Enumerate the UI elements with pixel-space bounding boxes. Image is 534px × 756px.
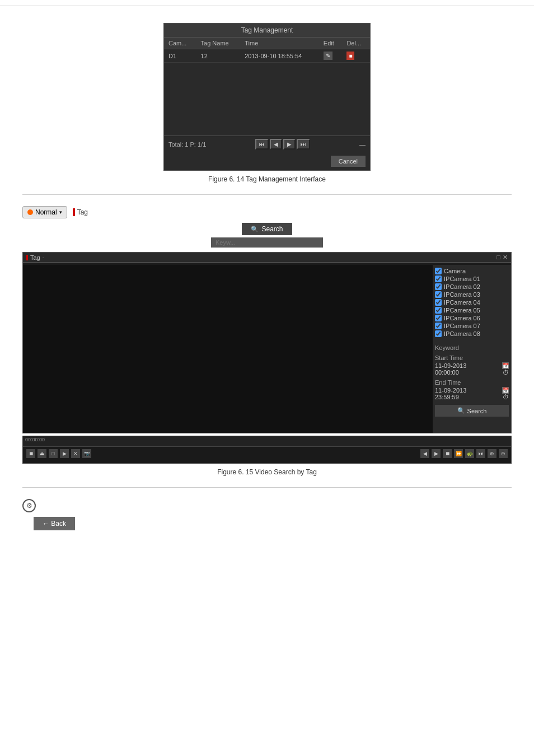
section3-back: ⚙ ← Back	[0, 493, 534, 536]
camera-checkbox-03[interactable]	[435, 291, 442, 298]
col-cam: Cam...	[164, 38, 196, 49]
tag-management-title: Tag Management	[164, 24, 370, 38]
total-label: Total: 1 P: 1/1	[168, 141, 206, 148]
normal-label: Normal	[35, 208, 57, 216]
tag-header-icon	[26, 255, 28, 260]
search-row: 🔍 Search	[22, 223, 512, 235]
figure2-caption: Figure 6. 15 Video Search by Tag	[22, 468, 512, 476]
section1-tag-management: Tag Management Cam... Tag Name Time Edit…	[0, 12, 534, 189]
minimize-icon[interactable]: □	[496, 254, 500, 261]
tag-header-controls: □ ✕	[496, 254, 508, 261]
start-date-calendar-icon[interactable]: 📅	[502, 362, 509, 369]
tl-stop-btn[interactable]: ⏹	[443, 449, 452, 458]
normal-button[interactable]: Normal ▾	[22, 206, 67, 218]
settings-icon: ⚙	[22, 499, 36, 512]
camera-checkbox-07[interactable]	[435, 323, 442, 329]
panel-search-icon: 🔍	[457, 407, 465, 414]
figure1-caption: Figure 6. 14 Tag Management Interface	[208, 175, 326, 183]
row-del: ■	[342, 49, 370, 63]
next-page-button[interactable]: ▶	[283, 139, 296, 150]
search-label: Search	[261, 225, 283, 233]
start-time-row: 00:00:00 ⏱	[435, 369, 509, 376]
col-edit: Edit	[319, 38, 343, 49]
end-date-calendar-icon[interactable]: 📅	[502, 387, 509, 394]
camera-item-06: IPCamera 06	[435, 314, 509, 322]
panel-search-button[interactable]: 🔍 Search	[435, 405, 509, 417]
tl-btn-5[interactable]: ✕	[71, 449, 80, 458]
last-page-button[interactable]: ⏭	[297, 139, 310, 150]
tl-zoom-in[interactable]: ⊕	[488, 449, 496, 458]
tag-label: Tag	[77, 208, 88, 216]
start-time-label: Start Time	[435, 354, 509, 361]
start-time-value: 00:00:00	[435, 369, 459, 376]
tl-btn-4[interactable]: ▶	[60, 449, 69, 458]
tag-bar-icon	[73, 208, 75, 216]
camera-label-04: IPCamera 04	[444, 299, 480, 306]
tl-play-btn[interactable]: ▶	[432, 449, 441, 458]
tag-header-title: Tag -	[26, 254, 44, 261]
camera-item-04: IPCamera 04	[435, 298, 509, 306]
video-panel-area: Tag - □ ✕ Camera IPCamera 01	[22, 252, 512, 433]
camera-item-01: IPCamera 01	[435, 275, 509, 283]
keyword-row	[22, 237, 512, 248]
normal-dot-icon	[27, 209, 33, 215]
tag-panel-dash: -	[43, 254, 44, 260]
table-row: D1 12 2013-09-10 18:55:54 ✎ ■	[164, 49, 370, 63]
camera-checkbox-01[interactable]	[435, 276, 442, 282]
camera-label-02: IPCamera 02	[444, 283, 480, 290]
row-tagname: 12	[196, 49, 241, 63]
divider-1	[22, 194, 512, 195]
edit-button[interactable]: ✎	[324, 52, 332, 60]
close-icon[interactable]: ✕	[503, 254, 508, 261]
divider-2	[22, 487, 512, 488]
panel-search-label: Search	[467, 408, 487, 414]
tl-next-btn[interactable]: ⏭	[476, 449, 485, 458]
tl-btn-1[interactable]: ⏹	[26, 449, 35, 458]
tl-btn-3[interactable]: □	[49, 449, 58, 458]
cancel-button[interactable]: Cancel	[331, 156, 366, 167]
back-button[interactable]: ← Back	[34, 517, 75, 530]
right-panel: Camera IPCamera 01 IPCamera 02 IPCamera …	[433, 265, 511, 433]
tag-mgmt-footer: Total: 1 P: 1/1 ⏮ ◀ ▶ ⏭ —	[164, 136, 370, 152]
tl-ff-btn[interactable]: ⏩	[454, 449, 463, 458]
timeline-tick-marks: // ticks rendered by JS below	[23, 436, 511, 446]
end-date-row: 11-09-2013 📅	[435, 387, 509, 394]
timeline-ticks: 00:00:00 // ticks rendered by JS below	[23, 436, 511, 447]
camera-item-07: IPCamera 07	[435, 322, 509, 330]
end-time-clock-icon[interactable]: ⏱	[502, 394, 509, 400]
tag-button[interactable]: Tag	[73, 208, 88, 216]
end-time-label: End Time	[435, 379, 509, 386]
playback-bar: Normal ▾ Tag	[22, 206, 512, 218]
tl-btn-6[interactable]: 📷	[82, 449, 91, 458]
start-date-value: 11-09-2013	[435, 362, 466, 369]
tag-management-dialog: Tag Management Cam... Tag Name Time Edit…	[163, 23, 371, 171]
keyword-panel-label: Keyword	[435, 344, 509, 351]
tl-zoom-out[interactable]: ⊖	[499, 449, 508, 458]
first-page-button[interactable]: ⏮	[255, 139, 269, 150]
delete-button[interactable]: ■	[346, 52, 354, 60]
start-date-row: 11-09-2013 📅	[435, 362, 509, 369]
dropdown-arrow-icon: ▾	[59, 209, 62, 215]
camera-label-01: IPCamera 01	[444, 276, 480, 282]
camera-checkbox-05[interactable]	[435, 307, 442, 314]
camera-label-03: IPCamera 03	[444, 291, 480, 298]
camera-item-all: Camera	[435, 267, 509, 275]
tl-slow-btn[interactable]: 🐢	[465, 449, 474, 458]
prev-page-button[interactable]: ◀	[270, 139, 282, 150]
camera-checkbox-02[interactable]	[435, 283, 442, 290]
main-search-button[interactable]: 🔍 Search	[242, 223, 292, 235]
tl-btn-2[interactable]: ⏏	[38, 449, 46, 458]
camera-checkbox-04[interactable]	[435, 299, 442, 306]
camera-label-05: IPCamera 05	[444, 307, 480, 314]
tl-prev-btn[interactable]: ◀	[420, 449, 429, 458]
camera-checkbox-all[interactable]	[435, 268, 442, 274]
camera-item-05: IPCamera 05	[435, 306, 509, 314]
end-time-row: 23:59:59 ⏱	[435, 394, 509, 400]
keyword-input[interactable]	[211, 237, 323, 248]
search-icon: 🔍	[251, 226, 259, 233]
col-del: Del...	[342, 38, 370, 49]
camera-checkbox-06[interactable]	[435, 315, 442, 321]
start-time-clock-icon[interactable]: ⏱	[502, 369, 509, 376]
camera-item-03: IPCamera 03	[435, 291, 509, 298]
camera-checkbox-08[interactable]	[435, 330, 442, 337]
